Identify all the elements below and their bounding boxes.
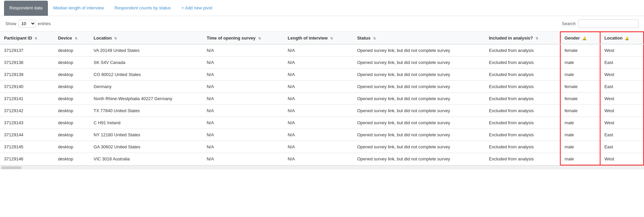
cell-participant-id: 37129140 bbox=[0, 81, 54, 93]
sort-icon-gender: 🔔 bbox=[582, 37, 586, 40]
cell-location: North Rhine-Westphalia 40227 Germany bbox=[90, 93, 203, 105]
cell-location: NY 12180 United States bbox=[90, 129, 203, 141]
cell-location: TX 77840 United States bbox=[90, 105, 203, 117]
cell-participant-id: 37129143 bbox=[0, 117, 54, 129]
cell-included-analysis: Excluded from analysis bbox=[485, 105, 560, 117]
cell-time-opening: N/A bbox=[203, 57, 284, 69]
cell-time-opening: N/A bbox=[203, 129, 284, 141]
cell-time-opening: N/A bbox=[203, 44, 284, 57]
search-input[interactable] bbox=[578, 19, 639, 28]
table-row: 37129139 desktop CO 80012 United States … bbox=[0, 69, 644, 81]
cell-location: C H91 Ireland bbox=[90, 117, 203, 129]
cell-location: GA 30602 United States bbox=[90, 141, 203, 153]
scrollbar-thumb[interactable] bbox=[1, 166, 21, 169]
cell-included-analysis: Excluded from analysis bbox=[485, 117, 560, 129]
tab-respondent-counts[interactable]: Respondent counts by status bbox=[109, 1, 176, 16]
cell-device: desktop bbox=[54, 69, 89, 81]
cell-status: Opened survey link, but did not complete… bbox=[353, 153, 485, 165]
sort-icon-location: ⇅ bbox=[114, 37, 117, 40]
cell-gender: male bbox=[560, 141, 600, 153]
cell-status: Opened survey link, but did not complete… bbox=[353, 44, 485, 57]
cell-length-interview: N/A bbox=[284, 117, 353, 129]
col-header-status[interactable]: Status ⇅ bbox=[353, 32, 485, 44]
entries-select[interactable]: 10 25 50 100 bbox=[18, 20, 36, 27]
tab-add-pivot[interactable]: + Add new pivot bbox=[176, 1, 218, 16]
cell-gender: female bbox=[560, 105, 600, 117]
sort-icon-device: ⇅ bbox=[75, 37, 77, 40]
cell-gender: female bbox=[560, 93, 600, 105]
sort-icon-location2: 🔔 bbox=[625, 37, 629, 40]
cell-status: Opened survey link, but did not complete… bbox=[353, 81, 485, 93]
cell-included-analysis: Excluded from analysis bbox=[485, 57, 560, 69]
table-row: 37129143 desktop C H91 Ireland N/A N/A O… bbox=[0, 117, 644, 129]
cell-status: Opened survey link, but did not complete… bbox=[353, 141, 485, 153]
controls-row: Show 10 25 50 100 entries Search bbox=[0, 16, 644, 31]
cell-status: Opened survey link, but did not complete… bbox=[353, 117, 485, 129]
cell-gender: female bbox=[560, 81, 600, 93]
cell-length-interview: N/A bbox=[284, 129, 353, 141]
table-row: 37129140 desktop Germany N/A N/A Opened … bbox=[0, 81, 644, 93]
col-header-location[interactable]: Location ⇅ bbox=[90, 32, 203, 44]
table-row: 37129138 desktop SK S4V Canada N/A N/A O… bbox=[0, 57, 644, 69]
tab-median-length[interactable]: Median length of interview bbox=[48, 1, 109, 16]
cell-included-analysis: Excluded from analysis bbox=[485, 81, 560, 93]
cell-gender: male bbox=[560, 153, 600, 165]
cell-gender: male bbox=[560, 129, 600, 141]
cell-location2: West bbox=[600, 44, 644, 57]
table-row: 37129141 desktop North Rhine-Westphalia … bbox=[0, 93, 644, 105]
sort-icon-length-interview: ⇅ bbox=[330, 37, 333, 40]
table-row: 37129142 desktop TX 77840 United States … bbox=[0, 105, 644, 117]
show-label: Show bbox=[5, 21, 16, 26]
cell-location: CO 80012 United States bbox=[90, 69, 203, 81]
search-area: Search bbox=[562, 19, 639, 28]
cell-location2: East bbox=[600, 129, 644, 141]
cell-location2: East bbox=[600, 141, 644, 153]
tabs-bar: Respondent data Median length of intervi… bbox=[0, 0, 644, 16]
col-header-location2[interactable]: Location 🔔 bbox=[600, 32, 644, 44]
col-header-time-opening[interactable]: Time of opening survey ⇅ bbox=[203, 32, 284, 44]
cell-length-interview: N/A bbox=[284, 81, 353, 93]
table-row: 37129145 desktop GA 30602 United States … bbox=[0, 141, 644, 153]
cell-location2: West bbox=[600, 153, 644, 165]
sort-icon-participant-id: ⇅ bbox=[34, 37, 37, 40]
cell-included-analysis: Excluded from analysis bbox=[485, 69, 560, 81]
horizontal-scrollbar[interactable] bbox=[0, 165, 644, 169]
cell-participant-id: 37129137 bbox=[0, 44, 54, 57]
sort-icon-time-opening: ⇅ bbox=[258, 37, 261, 40]
sort-icon-included-analysis: ⇅ bbox=[535, 37, 538, 40]
cell-time-opening: N/A bbox=[203, 93, 284, 105]
table-header-row: Participant ID ⇅ Device ⇅ Location ⇅ Tim… bbox=[0, 32, 644, 44]
cell-location2: East bbox=[600, 81, 644, 93]
cell-length-interview: N/A bbox=[284, 153, 353, 165]
cell-status: Opened survey link, but did not complete… bbox=[353, 57, 485, 69]
cell-length-interview: N/A bbox=[284, 57, 353, 69]
table-row: 37129137 desktop VA 20149 United States … bbox=[0, 44, 644, 57]
cell-location: Germany bbox=[90, 81, 203, 93]
cell-participant-id: 37129145 bbox=[0, 141, 54, 153]
cell-location2: East bbox=[600, 57, 644, 69]
col-header-included-analysis[interactable]: Included in analysis? ⇅ bbox=[485, 32, 560, 44]
col-header-participant-id[interactable]: Participant ID ⇅ bbox=[0, 32, 54, 44]
cell-device: desktop bbox=[54, 93, 89, 105]
cell-status: Opened survey link, but did not complete… bbox=[353, 105, 485, 117]
col-header-length-interview[interactable]: Length of interview ⇅ bbox=[284, 32, 353, 44]
cell-length-interview: N/A bbox=[284, 69, 353, 81]
tab-respondent-data[interactable]: Respondent data bbox=[4, 1, 48, 16]
cell-length-interview: N/A bbox=[284, 105, 353, 117]
col-header-device[interactable]: Device ⇅ bbox=[54, 32, 89, 44]
cell-location: VA 20149 United States bbox=[90, 44, 203, 57]
cell-device: desktop bbox=[54, 105, 89, 117]
search-label: Search bbox=[562, 21, 576, 26]
table-row: 37129144 desktop NY 12180 United States … bbox=[0, 129, 644, 141]
cell-device: desktop bbox=[54, 44, 89, 57]
cell-time-opening: N/A bbox=[203, 105, 284, 117]
cell-device: desktop bbox=[54, 153, 89, 165]
cell-time-opening: N/A bbox=[203, 141, 284, 153]
col-header-gender[interactable]: Gender 🔔 bbox=[560, 32, 600, 44]
cell-time-opening: N/A bbox=[203, 81, 284, 93]
cell-length-interview: N/A bbox=[284, 44, 353, 57]
respondent-table: Participant ID ⇅ Device ⇅ Location ⇅ Tim… bbox=[0, 31, 644, 165]
cell-time-opening: N/A bbox=[203, 153, 284, 165]
cell-device: desktop bbox=[54, 81, 89, 93]
cell-location2: West bbox=[600, 105, 644, 117]
